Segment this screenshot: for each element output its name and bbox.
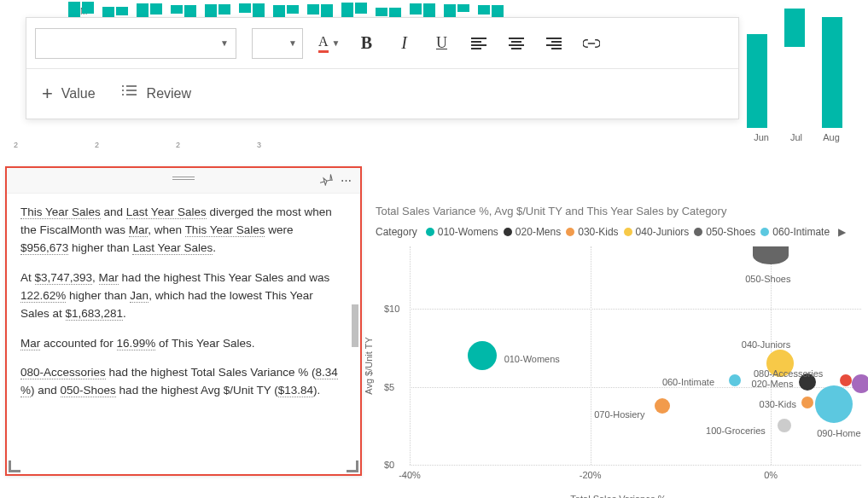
month-jun: Jun: [750, 132, 772, 142]
bubble-label: 060-Intimate: [662, 377, 714, 387]
toolbar-row-actions: + Value Review: [26, 69, 738, 119]
chevron-down-icon: ▼: [220, 38, 229, 48]
chart-title: Total Sales Variance %, Avg $/Unit TY an…: [376, 205, 861, 217]
link-button[interactable]: [580, 31, 603, 56]
legend-item[interactable]: 010-Womens: [426, 226, 498, 238]
bubble-label: 040-Juniors: [742, 339, 790, 350]
value-label: Value: [61, 86, 96, 101]
legend-item[interactable]: 020-Mens: [504, 226, 561, 238]
bg-bars-right: [747, 9, 842, 128]
formatting-toolbar: ▼ ▼ A ▼ B I U + Value Review: [26, 17, 739, 119]
month-jul: Jul: [785, 132, 807, 142]
chart-legend: Category 010-Womens 020-Mens 030-Kids 04…: [376, 226, 861, 238]
visual-header: ⋯: [7, 168, 360, 194]
narrative-text[interactable]: This Year Sales and Last Year Sales dive…: [7, 194, 360, 474]
bubble-extra[interactable]: [852, 374, 868, 393]
font-size-select[interactable]: ▼: [252, 28, 303, 59]
bubble-070-Hosiery[interactable]: [655, 398, 670, 414]
scatter-chart[interactable]: Total Sales Variance %, Avg $/Unit TY an…: [376, 205, 861, 489]
bubble-label: 050-Shoes: [745, 274, 790, 284]
month-labels-right: Jun Jul Aug: [750, 132, 842, 142]
bubble-label: 010-Womens: [504, 354, 560, 364]
toolbar-row-formatting: ▼ ▼ A ▼ B I U: [26, 18, 738, 69]
svg-point-18: [122, 85, 124, 87]
align-right-button[interactable]: [543, 31, 565, 56]
legend-item[interactable]: 040-Juniors: [624, 226, 690, 238]
bubble-label: 030-Kids: [760, 399, 796, 409]
bubble-060-Intimate[interactable]: [729, 374, 741, 386]
smart-narrative-visual[interactable]: ⋯ This Year Sales and Last Year Sales di…: [5, 166, 362, 476]
y-axis-label: Avg $/Unit TY: [364, 337, 374, 394]
more-options-icon[interactable]: ⋯: [341, 174, 352, 187]
chevron-down-icon: ▼: [332, 38, 341, 48]
italic-button[interactable]: I: [393, 31, 415, 56]
legend-item[interactable]: 060-Intimate: [760, 226, 830, 238]
bubble-label: 100-Groceries: [706, 426, 766, 436]
bubble-label: 020-Mens: [752, 379, 794, 389]
legend-item[interactable]: 030-Kids: [566, 226, 618, 238]
bubble-100-Groceries[interactable]: [778, 419, 791, 432]
align-left-button[interactable]: [468, 31, 490, 56]
align-center-button[interactable]: [505, 31, 527, 56]
review-label: Review: [147, 86, 191, 101]
legend-title: Category: [376, 226, 417, 238]
axis-small-numbers: 2 2 2 3: [14, 141, 265, 149]
scrollbar[interactable]: [352, 194, 358, 474]
legend-item[interactable]: 050-Shoes: [694, 226, 755, 238]
pin-icon[interactable]: [320, 172, 334, 188]
bubble-080-Accessories[interactable]: [840, 374, 852, 386]
list-icon: [121, 84, 138, 103]
chevron-down-icon: ▼: [288, 38, 297, 48]
add-value-button[interactable]: + Value: [42, 83, 96, 105]
font-color-icon: A: [318, 34, 329, 53]
legend-scroll-right-icon[interactable]: ▶: [838, 226, 846, 238]
svg-point-20: [122, 94, 124, 96]
underline-button[interactable]: U: [430, 31, 452, 56]
bubble-010-Womens[interactable]: [468, 341, 497, 370]
bubble-050-Shoes[interactable]: [753, 246, 789, 264]
bubble-090-Home[interactable]: [815, 385, 853, 423]
plot-inner: $0$5$10-40%-20%0%010-Womens020-Mens030-K…: [410, 246, 861, 465]
x-axis-label: Total Sales Variance %: [570, 494, 666, 498]
bold-button[interactable]: B: [355, 31, 377, 56]
plus-icon: +: [42, 83, 53, 105]
bubble-030-Kids[interactable]: [801, 397, 813, 408]
plot-area: Avg $/Unit TY Total Sales Variance % $0$…: [376, 246, 861, 485]
bubble-label: 090-Home: [817, 428, 860, 438]
grip-icon[interactable]: [172, 177, 195, 182]
font-family-select[interactable]: ▼: [35, 28, 236, 59]
svg-point-19: [122, 90, 124, 91]
font-color-button[interactable]: A ▼: [318, 34, 340, 53]
month-aug: Aug: [820, 132, 842, 142]
review-button[interactable]: Review: [121, 84, 191, 103]
bubble-label: 070-Hosiery: [594, 409, 644, 420]
bubble-label: 080-Accessories: [754, 368, 823, 379]
